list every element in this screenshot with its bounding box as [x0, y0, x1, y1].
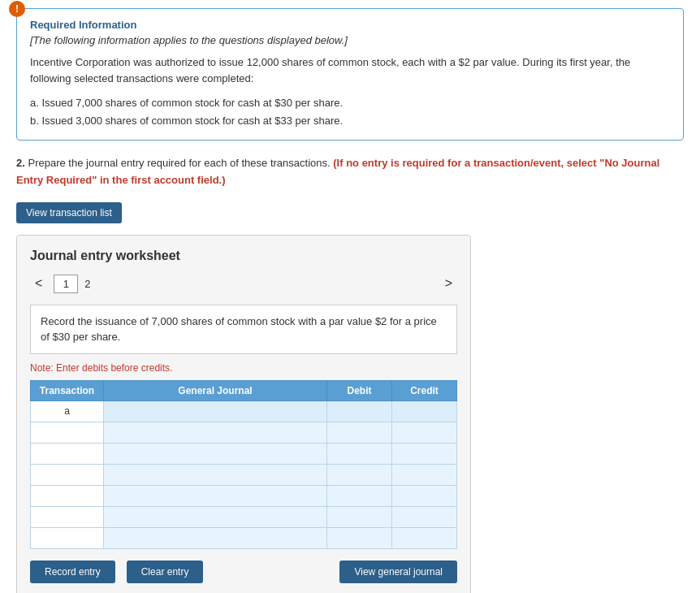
col-transaction: Transaction	[31, 380, 104, 400]
required-info-title: Required Information	[30, 19, 670, 31]
col-general-journal: General Journal	[104, 380, 327, 400]
cell-debit[interactable]	[327, 400, 392, 422]
info-box: ! Required Information [The following in…	[16, 8, 684, 141]
transaction-a: a. Issued 7,000 shares of common stock f…	[30, 94, 670, 112]
col-debit: Debit	[327, 380, 392, 400]
journal-table: Transaction General Journal Debit Credit…	[30, 380, 457, 549]
bottom-buttons: Record entry Clear entry View general jo…	[30, 561, 457, 583]
alert-icon: !	[9, 1, 25, 17]
note-text: Note: Enter debits before credits.	[30, 362, 457, 374]
cell-transaction	[31, 527, 104, 548]
body-text: Incentive Corporation was authorized to …	[30, 54, 670, 86]
question-2: 2. Prepare the journal entry required fo…	[16, 155, 684, 189]
italic-note: [The following information applies to th…	[30, 34, 670, 46]
view-general-journal-button[interactable]: View general journal	[339, 561, 457, 583]
transactions-list: a. Issued 7,000 shares of common stock f…	[30, 94, 670, 130]
worksheet-title: Journal entry worksheet	[30, 249, 457, 263]
cell-credit[interactable]	[392, 527, 457, 548]
cell-general-journal[interactable]	[104, 506, 327, 527]
cell-debit[interactable]	[327, 506, 392, 527]
table-row	[31, 422, 457, 443]
table-row	[31, 527, 457, 548]
cell-general-journal[interactable]	[104, 485, 327, 506]
cell-general-journal[interactable]	[104, 422, 327, 443]
cell-transaction	[31, 422, 104, 443]
page-2-num[interactable]: 2	[84, 278, 90, 290]
record-entry-button[interactable]: Record entry	[30, 561, 115, 583]
cell-debit[interactable]	[327, 485, 392, 506]
cell-credit[interactable]	[392, 443, 457, 464]
question-number: 2.	[16, 157, 25, 169]
transaction-b: b. Issued 3,000 shares of common stock f…	[30, 112, 670, 130]
prev-arrow[interactable]: <	[30, 275, 47, 292]
clear-entry-button[interactable]: Clear entry	[127, 561, 204, 583]
cell-transaction	[31, 485, 104, 506]
cell-general-journal[interactable]	[104, 464, 327, 485]
table-row: a	[31, 400, 457, 422]
description-box: Record the issuance of 7,000 shares of c…	[30, 305, 457, 354]
cell-debit[interactable]	[327, 464, 392, 485]
table-row	[31, 485, 457, 506]
next-arrow[interactable]: >	[440, 275, 457, 292]
view-transaction-list-button[interactable]: View transaction list	[16, 202, 122, 223]
table-row	[31, 506, 457, 527]
table-row	[31, 443, 457, 464]
cell-credit[interactable]	[392, 422, 457, 443]
page-1-box[interactable]: 1	[54, 275, 78, 293]
cell-transaction: a	[31, 400, 104, 422]
cell-general-journal[interactable]	[104, 400, 327, 422]
cell-credit[interactable]	[392, 485, 457, 506]
table-row	[31, 464, 457, 485]
cell-general-journal[interactable]	[104, 527, 327, 548]
cell-debit[interactable]	[327, 443, 392, 464]
cell-debit[interactable]	[327, 422, 392, 443]
worksheet-container: Journal entry worksheet < 1 2 > Record t…	[16, 235, 471, 593]
cell-debit[interactable]	[327, 527, 392, 548]
cell-credit[interactable]	[392, 506, 457, 527]
cell-transaction	[31, 464, 104, 485]
question-text: Prepare the journal entry required for e…	[28, 157, 330, 169]
cell-transaction	[31, 506, 104, 527]
cell-credit[interactable]	[392, 400, 457, 422]
cell-credit[interactable]	[392, 464, 457, 485]
col-credit: Credit	[392, 380, 457, 400]
cell-transaction	[31, 443, 104, 464]
cell-general-journal[interactable]	[104, 443, 327, 464]
pagination: < 1 2 >	[30, 275, 457, 293]
